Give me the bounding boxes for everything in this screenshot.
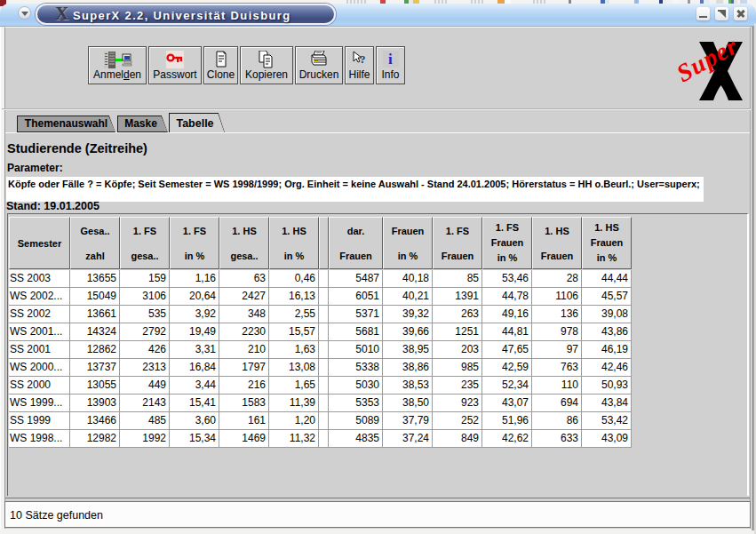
svg-text:?: ? [360, 52, 366, 66]
svg-text:i: i [388, 51, 393, 68]
